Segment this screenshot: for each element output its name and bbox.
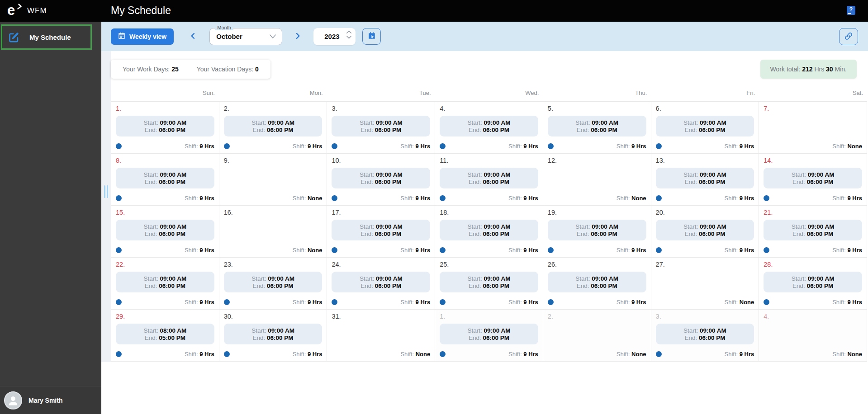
day-cell-footer: Shift: 9 Hrs (332, 194, 430, 202)
year-value: 2023 (324, 33, 339, 40)
calendar-day-cell[interactable]: 4.Start: 09:00 AMEnd: 06:00 PMShift: 9 H… (435, 102, 543, 153)
shift-time-box[interactable]: Start: 09:00 AMEnd: 06:00 PM (116, 168, 214, 188)
year-decrement-button[interactable] (346, 35, 352, 39)
shift-time-box[interactable]: Start: 09:00 AMEnd: 06:00 PM (440, 116, 538, 136)
calendar-day-cell[interactable]: 20.Start: 09:00 AMEnd: 06:00 PMShift: 9 … (651, 206, 759, 257)
next-month-button[interactable] (292, 30, 304, 43)
year-spinner[interactable]: 2023 (313, 28, 356, 45)
calendar-day-cell[interactable]: 5.Start: 09:00 AMEnd: 06:00 PMShift: 9 H… (543, 102, 651, 153)
shift-status-dot (656, 351, 662, 357)
calendar-day-cell[interactable]: 19.Start: 09:00 AMEnd: 06:00 PMShift: 9 … (543, 206, 651, 257)
calendar-day-cell[interactable]: 28.Start: 09:00 AMEnd: 06:00 PMShift: 9 … (759, 258, 867, 309)
shift-time-box[interactable]: Start: 09:00 AMEnd: 06:00 PM (440, 220, 538, 240)
shift-time-box[interactable]: Start: 09:00 AMEnd: 06:00 PM (116, 272, 214, 292)
day-number: 6. (656, 105, 754, 112)
shift-end: End: 06:00 PM (684, 179, 725, 185)
shift-end: End: 06:00 PM (360, 179, 401, 185)
shift-hours: Shift: 9 Hrs (185, 299, 214, 306)
calendar-day-cell[interactable]: 3.Start: 09:00 AMEnd: 06:00 PMShift: 9 H… (651, 310, 759, 361)
calendar-day-cell[interactable]: 29.Start: 08:00 AMEnd: 05:00 PMShift: 9 … (111, 310, 219, 361)
calendar-day-cell[interactable]: 22.Start: 09:00 AMEnd: 06:00 PMShift: 9 … (111, 258, 219, 309)
shift-hours: Shift: None (293, 247, 323, 254)
shift-time-box[interactable]: Start: 09:00 AMEnd: 06:00 PM (332, 272, 430, 292)
shift-time-box[interactable]: Start: 09:00 AMEnd: 06:00 PM (224, 272, 323, 292)
calendar-day-cell[interactable]: 10.Start: 09:00 AMEnd: 06:00 PMShift: 9 … (327, 154, 435, 205)
calendar-day-cell[interactable]: 8.Start: 09:00 AMEnd: 06:00 PMShift: 9 H… (111, 154, 219, 205)
calendar-day-cell[interactable]: 15.Start: 09:00 AMEnd: 06:00 PMShift: 9 … (111, 206, 219, 257)
calendar-day-cell[interactable]: 7.Shift: None (759, 102, 867, 153)
jump-to-date-button[interactable] (362, 28, 381, 45)
calendar-day-cell[interactable]: 6.Start: 09:00 AMEnd: 06:00 PMShift: 9 H… (651, 102, 759, 153)
shift-time-box[interactable]: Start: 09:00 AMEnd: 06:00 PM (656, 220, 754, 240)
calendar-day-cell[interactable]: 1.Start: 09:00 AMEnd: 06:00 PMShift: 9 H… (435, 310, 543, 361)
calendar-day-cell[interactable]: 13.Start: 09:00 AMEnd: 06:00 PMShift: 9 … (651, 154, 759, 205)
copy-link-button[interactable] (839, 28, 858, 45)
calendar-day-cell[interactable]: 1.Start: 09:00 AMEnd: 06:00 PMShift: 9 H… (111, 102, 219, 153)
shift-time-box[interactable]: Start: 09:00 AMEnd: 06:00 PM (224, 324, 323, 344)
calendar-day-cell[interactable]: 21.Start: 09:00 AMEnd: 06:00 PMShift: 9 … (759, 206, 867, 257)
day-cell-footer: Shift: 9 Hrs (332, 142, 430, 150)
sidebar-item-my-schedule[interactable]: My Schedule (1, 24, 92, 50)
scrollbar-handle[interactable] (104, 185, 108, 198)
day-number: 4. (764, 313, 862, 320)
calendar-day-cell[interactable]: 2.Start: 09:00 AMEnd: 06:00 PMShift: 9 H… (219, 102, 327, 153)
shift-time-box[interactable]: Start: 09:00 AMEnd: 06:00 PM (656, 168, 754, 188)
app-logo-icon: e (7, 3, 25, 19)
calendar-day-cell[interactable]: 25.Start: 09:00 AMEnd: 06:00 PMShift: 9 … (435, 258, 543, 309)
calendar-day-cell[interactable]: 16.Shift: None (219, 206, 327, 257)
calendar-day-cell[interactable]: 4.Shift: None (759, 310, 867, 361)
shift-time-box[interactable]: Start: 08:00 AMEnd: 05:00 PM (116, 324, 214, 344)
shift-time-box[interactable]: Start: 09:00 AMEnd: 06:00 PM (764, 272, 862, 292)
day-cell-footer: Shift: 9 Hrs (764, 246, 862, 254)
shift-time-box[interactable]: Start: 09:00 AMEnd: 06:00 PM (764, 220, 862, 240)
month-select-label: Month (215, 25, 233, 30)
shift-time-box[interactable]: Start: 09:00 AMEnd: 06:00 PM (440, 272, 538, 292)
month-select[interactable]: Month October (209, 28, 282, 45)
day-cell-footer: Shift: None (332, 350, 430, 358)
shift-time-box[interactable]: Start: 09:00 AMEnd: 06:00 PM (116, 220, 214, 240)
calendar-day-cell[interactable]: 3.Start: 09:00 AMEnd: 06:00 PMShift: 9 H… (327, 102, 435, 153)
user-menu[interactable]: Mary Smith (0, 386, 101, 414)
calendar-day-cell[interactable]: 12.Shift: None (543, 154, 651, 205)
shift-start: Start: 09:00 AM (360, 275, 403, 282)
shift-end: End: 06:00 PM (792, 282, 833, 289)
shift-time-box[interactable]: Start: 09:00 AMEnd: 06:00 PM (548, 220, 646, 240)
shift-time-box[interactable]: Start: 09:00 AMEnd: 06:00 PM (656, 324, 754, 344)
calendar-day-cell[interactable]: 23.Start: 09:00 AMEnd: 06:00 PMShift: 9 … (219, 258, 327, 309)
shift-end: End: 06:00 PM (577, 127, 617, 133)
calendar-day-cell[interactable]: 18.Start: 09:00 AMEnd: 06:00 PMShift: 9 … (435, 206, 543, 257)
day-number: 11. (440, 157, 538, 164)
help-icon[interactable]: ? (847, 6, 855, 15)
shift-time-box[interactable]: Start: 09:00 AMEnd: 06:00 PM (548, 272, 646, 292)
shift-time-box[interactable]: Start: 09:00 AMEnd: 06:00 PM (332, 220, 430, 240)
weekly-view-button[interactable]: Weekly view (111, 28, 174, 45)
calendar-day-cell[interactable]: 24.Start: 09:00 AMEnd: 06:00 PMShift: 9 … (327, 258, 435, 309)
year-increment-button[interactable] (346, 30, 352, 34)
calendar-day-cell[interactable]: 26.Start: 09:00 AMEnd: 06:00 PMShift: 9 … (543, 258, 651, 309)
previous-month-button[interactable] (187, 30, 199, 43)
shift-time-box[interactable]: Start: 09:00 AMEnd: 06:00 PM (440, 168, 538, 188)
shift-hours: Shift: 9 Hrs (185, 195, 214, 202)
calendar-day-cell[interactable]: 2.Shift: None (543, 310, 651, 361)
shift-end: End: 06:00 PM (469, 127, 509, 133)
calendar-day-cell[interactable]: 14.Start: 09:00 AMEnd: 06:00 PMShift: 9 … (759, 154, 867, 205)
shift-time-box[interactable]: Start: 09:00 AMEnd: 06:00 PM (332, 168, 430, 188)
calendar-day-cell[interactable]: 17.Start: 09:00 AMEnd: 06:00 PMShift: 9 … (327, 206, 435, 257)
shift-time-box[interactable]: Start: 09:00 AMEnd: 06:00 PM (548, 116, 646, 136)
shift-time-box[interactable]: Start: 09:00 AMEnd: 06:00 PM (116, 116, 214, 136)
day-number: 10. (332, 157, 430, 164)
shift-time-box[interactable]: Start: 09:00 AMEnd: 06:00 PM (440, 324, 538, 344)
day-header: Sun. (111, 89, 219, 101)
calendar-day-cell[interactable]: 30.Start: 09:00 AMEnd: 06:00 PMShift: 9 … (219, 310, 327, 361)
calendar-day-cell[interactable]: 11.Start: 09:00 AMEnd: 06:00 PMShift: 9 … (435, 154, 543, 205)
calendar-day-cell[interactable]: 9.Shift: None (219, 154, 327, 205)
shift-time-box[interactable]: Start: 09:00 AMEnd: 06:00 PM (656, 116, 754, 136)
calendar-day-cell[interactable]: 27.Shift: None (651, 258, 759, 309)
shift-start: Start: 09:00 AM (360, 119, 403, 126)
calendar-day-cell[interactable]: 31.Shift: None (327, 310, 435, 361)
shift-time-box[interactable]: Start: 09:00 AMEnd: 06:00 PM (332, 116, 430, 136)
shift-end: End: 06:00 PM (360, 282, 401, 289)
vacation-days-stat: Your Vacation Days: 0 (197, 66, 259, 73)
shift-time-box[interactable]: Start: 09:00 AMEnd: 06:00 PM (764, 168, 862, 188)
shift-time-box[interactable]: Start: 09:00 AMEnd: 06:00 PM (224, 116, 323, 136)
